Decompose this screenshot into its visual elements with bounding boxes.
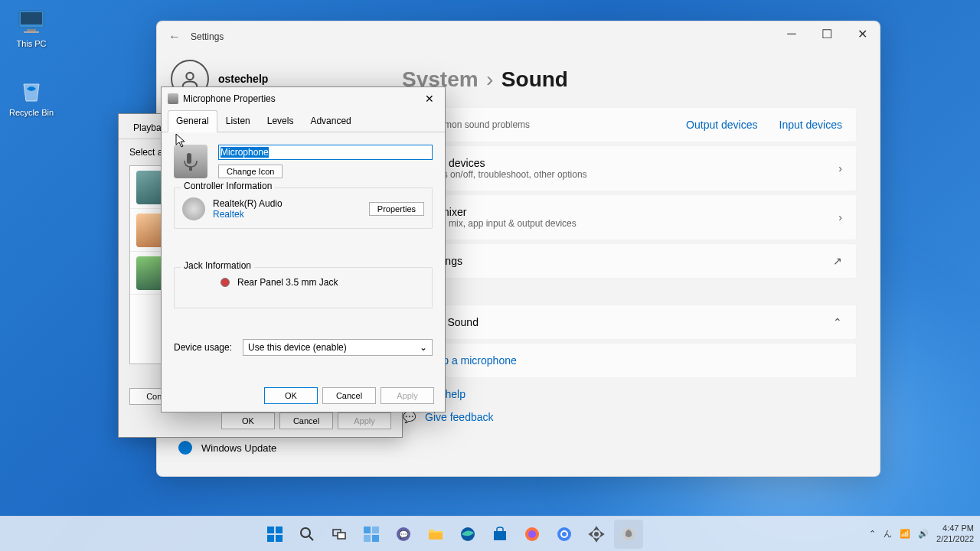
start-button[interactable] (260, 520, 289, 549)
volume-mixer-card[interactable]: ume mixer volume mix, app input & output… (402, 194, 857, 240)
tray-chevron[interactable]: ⌃ (869, 529, 876, 539)
chrome-button[interactable] (550, 520, 579, 549)
tab-general[interactable]: General (168, 110, 217, 132)
taskbar: 💬 ⌃ ん 📶 🔊 4:47 PM 2/21/2022 (0, 516, 980, 551)
change-icon-button[interactable]: Change Icon (218, 165, 283, 178)
jack-name: Rear Panel 3.5 mm Jack (237, 277, 338, 288)
svg-point-11 (301, 528, 310, 537)
microphone-icon (168, 93, 178, 104)
properties-button[interactable]: Properties (369, 202, 424, 216)
svg-rect-17 (364, 535, 371, 542)
apply-button: Apply (338, 412, 391, 429)
device-usage-select[interactable]: Use this device (enable) ⌄ (243, 339, 433, 356)
troubleshoot-card: ot common sound problems Output devices … (402, 107, 857, 142)
jack-info-group: Jack Information Rear Panel 3.5 mm Jack (174, 267, 433, 308)
username: ostechelp (218, 73, 268, 85)
active-app-button[interactable] (614, 520, 643, 549)
close-button[interactable]: ✕ (417, 90, 442, 107)
teams-button[interactable]: 💬 (389, 520, 418, 549)
clock[interactable]: 4:47 PM 2/21/2022 (936, 523, 974, 543)
controller-info-group: Controller Information Realtek(R) Audio … (174, 187, 433, 229)
device-usage-label: Device usage: (174, 342, 232, 353)
output-devices-link[interactable]: Output devices (686, 119, 757, 131)
volume-icon[interactable]: 🔊 (918, 529, 929, 539)
maximize-button[interactable]: ☐ (809, 21, 844, 46)
desktop-icon-label: This PC (16, 39, 46, 48)
group-title: Jack Information (181, 260, 254, 271)
ok-button[interactable]: OK (264, 387, 318, 404)
firefox-button[interactable] (518, 520, 547, 549)
chevron-up-icon: ⌃ (833, 316, 842, 328)
input-devices-link[interactable]: Input devices (779, 119, 843, 131)
chevron-right-icon: › (486, 67, 493, 91)
svg-rect-3 (24, 31, 39, 33)
chevron-down-icon: ⌄ (420, 342, 427, 353)
svg-rect-18 (372, 535, 379, 542)
svg-rect-5 (187, 153, 191, 164)
language-indicator[interactable]: ん (884, 528, 892, 540)
microphone-device-icon (174, 145, 207, 178)
sidebar-item-windows-update[interactable]: Windows Update (171, 435, 365, 461)
mic-titlebar: Microphone Properties ✕ (162, 87, 445, 110)
cancel-button[interactable]: Cancel (279, 412, 333, 429)
tab-listen[interactable]: Listen (217, 110, 259, 132)
group-title: Controller Information (181, 181, 275, 191)
svg-rect-8 (276, 527, 283, 533)
task-view-button[interactable] (325, 520, 354, 549)
tab-advanced[interactable]: Advanced (302, 110, 359, 132)
controller-name: Realtek(R) Audio (213, 198, 361, 209)
svg-rect-16 (372, 527, 379, 533)
svg-line-12 (309, 536, 313, 540)
svg-rect-21 (429, 533, 443, 540)
settings-main-content: System › Sound ot common sound problems … (379, 52, 880, 476)
svg-rect-2 (27, 29, 36, 31)
tab-levels[interactable]: Levels (259, 110, 302, 132)
edge-button[interactable] (453, 520, 482, 549)
svg-rect-6 (189, 167, 192, 171)
desktop-icon-label: Recycle Bin (9, 108, 54, 117)
desktop-icon-this-pc[interactable]: This PC (5, 6, 58, 48)
settings-titlebar: ← Settings ─ ☐ ✕ (157, 21, 880, 52)
help-with-sound-header[interactable]: p with Sound ⌃ (402, 305, 857, 340)
get-help-link[interactable]: ❔ Get help (402, 387, 857, 401)
svg-point-4 (186, 73, 193, 80)
svg-point-29 (594, 532, 599, 536)
minimize-button[interactable]: ─ (774, 21, 809, 46)
svg-rect-14 (338, 533, 345, 539)
microphone-properties-dialog: Microphone Properties ✕ General Listen L… (161, 86, 446, 412)
search-button[interactable] (292, 520, 322, 549)
breadcrumb: System › Sound (402, 67, 857, 92)
svg-rect-9 (267, 535, 274, 542)
chevron-right-icon: › (838, 211, 842, 223)
svg-rect-7 (267, 527, 274, 533)
apply-button: Apply (381, 387, 434, 404)
give-feedback-link[interactable]: 💬 Give feedback (402, 410, 857, 424)
svg-point-28 (562, 532, 567, 536)
all-sound-devices-card[interactable]: sound devices devices on/off, troublesho… (402, 145, 857, 191)
cancel-button[interactable]: Cancel (322, 387, 376, 404)
ok-button[interactable]: OK (221, 412, 275, 429)
jack-color-indicator (220, 278, 230, 287)
setting-up-microphone-link[interactable]: ting up a microphone (402, 343, 857, 378)
desktop-icon-recycle-bin[interactable]: Recycle Bin (5, 75, 58, 117)
close-button[interactable]: ✕ (844, 21, 880, 46)
wifi-icon[interactable]: 📶 (900, 529, 910, 539)
recycle-bin-icon (16, 75, 47, 106)
more-sound-settings-card[interactable]: d settings ↗ (402, 243, 857, 279)
mic-tabs: General Listen Levels Advanced (162, 110, 445, 132)
controller-icon (182, 197, 205, 220)
sidebar-item-label: Windows Update (201, 442, 276, 454)
external-link-icon: ↗ (833, 255, 842, 267)
svg-point-25 (528, 530, 536, 538)
controller-vendor-link[interactable]: Realtek (213, 209, 361, 220)
breadcrumb-leaf: Sound (501, 67, 568, 91)
store-button[interactable] (485, 520, 514, 549)
svg-rect-23 (494, 531, 506, 540)
svg-text:💬: 💬 (399, 530, 409, 540)
window-title: Settings (191, 31, 224, 42)
explorer-button[interactable] (421, 520, 450, 549)
device-name-input[interactable] (218, 145, 433, 160)
widgets-button[interactable] (357, 520, 386, 549)
settings-taskbar-button[interactable] (582, 520, 611, 549)
back-button[interactable]: ← (163, 30, 186, 44)
